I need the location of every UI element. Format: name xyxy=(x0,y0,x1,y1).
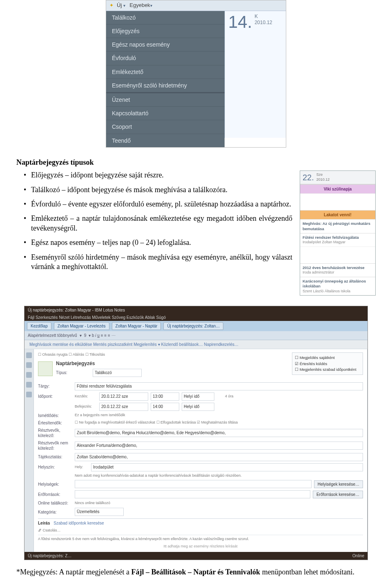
status-online: Online xyxy=(352,553,364,558)
allday-event: Viki szülinapja xyxy=(300,184,375,193)
subject-label: Tárgy: xyxy=(38,383,75,389)
repeat-value: Ez a bejegyzés nem ismétlődik xyxy=(75,413,125,418)
attach-link[interactable]: Csatolás… xyxy=(43,528,61,532)
menu-item[interactable]: Kapcsolattartó xyxy=(106,107,225,120)
options-box: ☐ Megjelölés sajátként ☑ Értesítés küldé… xyxy=(292,352,363,375)
time-label: Időpont: xyxy=(38,394,75,399)
star-icon: ✦ xyxy=(109,2,114,8)
fyi-label: Tájékoztatás: xyxy=(38,454,75,460)
list-item: Találkozó – időpont bejegyzése és mások … xyxy=(16,185,292,195)
menu-item[interactable]: Eseményről szóló hirdetmény xyxy=(106,79,225,92)
form-heading: Naptárbejegyzés xyxy=(56,361,144,367)
format-toolbar: Alapértelmezett többnyelvű ▾ 9 ▾ b i u ≡… xyxy=(24,331,368,340)
menu-item[interactable]: Találkozó xyxy=(106,11,225,25)
end-date[interactable]: 20.0.12.22 sze xyxy=(99,403,148,411)
menu-item[interactable]: Évforduló xyxy=(106,52,225,65)
description-text: A fűtési rendszerünk 5 éve nem volt felü… xyxy=(38,535,363,542)
optional-label: Résztvevők nem kötelező: xyxy=(38,440,75,451)
font-size: 9 xyxy=(84,333,87,338)
required-input[interactable]: Zsolt Biro/demo@demo, Regina Holucz/demo… xyxy=(75,429,363,437)
allday-event: Lakatot venni! xyxy=(300,210,375,219)
calendar-big-icon xyxy=(38,361,53,376)
location-label: Helyszín: xyxy=(38,464,75,470)
dropdown-menu: Találkozó Előjegyzés Egész napos esemény… xyxy=(106,11,225,147)
description-hint: Itt adhatja meg az esemény részletes leí… xyxy=(38,544,363,549)
optional-input[interactable]: Alexander Fortuna/demo@demo, xyxy=(75,442,363,450)
online-label: Online találkozó: xyxy=(38,500,75,506)
list-item: Emlékeztető – a naptár tulajdonosának em… xyxy=(16,214,292,233)
note-paragraph: *Megjegyzés: A naptár megjelenését a Fáj… xyxy=(16,567,376,577)
event-title: Karácsonyi ünnepség az általános iskoláb… xyxy=(303,279,373,289)
event-title: Meghívás: Az új pénzügyi munkatárs bemut… xyxy=(303,221,373,231)
list-item: Előjegyzés – időpont bejegyzése saját ré… xyxy=(16,170,292,180)
tab-active[interactable]: Új naptárbejegyzés: Zoltan… xyxy=(163,322,223,330)
calendar-preview: 14. K2010.12 xyxy=(225,11,286,138)
menu-item[interactable]: Csoport xyxy=(106,120,225,134)
day-number: 14. xyxy=(228,13,252,31)
dropdown-caret-icon: ▾ xyxy=(123,3,125,8)
date-label: 2010.12 xyxy=(254,20,272,25)
tab[interactable]: Kezdőlap xyxy=(27,322,51,330)
category-input[interactable]: Üzemeltetés xyxy=(75,508,124,516)
list-item: Évforduló – évente egyszer előforduló es… xyxy=(16,200,292,209)
event-sub: Szent László Általános Iskola xyxy=(303,289,373,294)
menu-item[interactable]: Üzenet xyxy=(106,93,225,107)
resources-label: Erőforrások: xyxy=(38,492,75,497)
repeat-label: Ismétlődés: xyxy=(38,413,75,418)
category-label: Kategória: xyxy=(38,509,75,515)
timezone[interactable]: Helyi idő xyxy=(182,403,214,411)
clock-icon xyxy=(26,362,32,368)
menubar: Fájl Szerkesztés Nézet Létrehozás Művele… xyxy=(24,314,368,321)
screenshot-dropdown: ✦ Új ▾ Egyebek ▾ Találkozó Előjegyzés Eg… xyxy=(106,0,286,148)
font-name: Alapértelmezett többnyelvű xyxy=(28,333,77,338)
event-sub: Irodaépület Zoltan Magyar xyxy=(303,240,373,245)
day-number: 22. xyxy=(303,172,314,183)
tag-icon xyxy=(26,392,32,397)
weekday: K xyxy=(254,13,258,19)
rooms-label: Helyiségek: xyxy=(38,482,75,487)
tab[interactable]: Zoltan Magyar - Levelezés xyxy=(54,322,109,330)
entry-types-list: Előjegyzés – időpont bejegyzése saját ré… xyxy=(16,170,292,271)
start-date[interactable]: 20.0.12.22 sze xyxy=(99,392,148,401)
required-label: Résztvevők, kötelező: xyxy=(38,428,75,438)
notify-checks: ☐ Ne fogadja a meghívottaktól érkező vál… xyxy=(75,420,238,425)
timezone[interactable]: Helyi idő xyxy=(182,392,214,401)
screenshot-calendar-form: Új naptárbejegyzés: Zoltan Magyar - IBM … xyxy=(24,306,368,560)
notify-label: Értesítendők: xyxy=(38,420,75,426)
end-time[interactable]: 14:00 xyxy=(151,403,179,411)
tab[interactable]: Zoltan Magyar - Naptár xyxy=(112,322,161,330)
date: 2010.12 xyxy=(316,177,330,182)
people-icon xyxy=(26,372,32,378)
dropdown-caret-icon: ▾ xyxy=(150,3,152,8)
menu-item[interactable]: Előjegyzés xyxy=(106,25,225,38)
location-icon xyxy=(26,382,32,388)
start-time[interactable]: 13:00 xyxy=(151,392,179,401)
type-select[interactable]: Találkozó xyxy=(93,369,142,377)
event-title: 2012 éves beruházások tervezése xyxy=(303,265,373,270)
screenshot-day-sidebar: 22. Sze2010.12 Viki szülinapja Lakatot v… xyxy=(300,170,376,296)
online-value: Nincs online találkozó xyxy=(75,501,110,506)
side-icon-strip xyxy=(24,349,34,552)
window-title: Új naptárbejegyzés: Zoltan Magyar - IBM … xyxy=(24,306,368,314)
subject-input[interactable]: Fűtési rendszer felülvizsgálata xyxy=(75,382,363,390)
action-bar: Meghívások mentése és elküldése Mentés p… xyxy=(24,340,368,349)
fyi-input[interactable]: Zoltan Szabo/demo@demo, xyxy=(75,453,363,461)
location-input[interactable]: Irodaépület xyxy=(91,463,363,471)
taskbar-tab: Új naptárbejegyzés: Z… xyxy=(28,553,71,558)
weekday: Sze xyxy=(316,173,323,177)
event-title: Fűtési rendszer felülvizsgálata xyxy=(303,235,373,240)
event-sub: Iroda adminsztrátor xyxy=(303,270,373,275)
list-item: Egész napos esemény – teljes nap (0 – 24… xyxy=(16,238,292,247)
calendar-icon xyxy=(26,352,32,358)
free-time-link[interactable]: Szabad időpontok keresése xyxy=(53,521,104,525)
location-note: Nem adott meg konferenciahívás-adatokat … xyxy=(75,473,242,478)
menu-item[interactable]: Emlékeztető xyxy=(106,65,225,79)
menu-item[interactable]: Teendő xyxy=(106,134,225,147)
uj-button-label: Új xyxy=(117,2,122,9)
section-title: Naptárbejegyzés típusok xyxy=(16,158,376,167)
resources-button[interactable]: Erőforrások keresése… xyxy=(313,491,363,498)
description-label: Leírás xyxy=(38,521,50,525)
rooms-button[interactable]: Helyiségek keresése… xyxy=(314,480,363,488)
menu-item[interactable]: Egész napos esemény xyxy=(106,38,225,52)
list-item: Eseményről szóló hirdetmény – mások megh… xyxy=(16,253,292,272)
